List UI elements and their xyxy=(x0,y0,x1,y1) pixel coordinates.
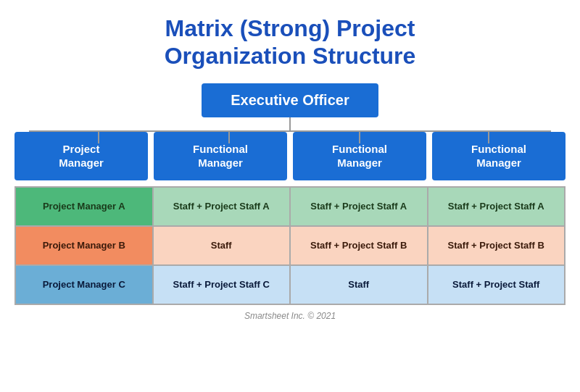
level2-row: ProjectManager FunctionalManager Functio… xyxy=(14,132,566,180)
cell-project-manager-b: Project Manager B xyxy=(16,227,154,264)
level2-box-functional-manager-3: FunctionalManager xyxy=(432,132,566,180)
cell-staff-project-a-2: Staff + Project Staff A xyxy=(291,188,428,225)
cell-project-manager-c: Project Manager C xyxy=(16,266,154,304)
horizontal-connector xyxy=(29,130,551,132)
cell-staff-project-c-2: Staff + Project Staff xyxy=(428,266,565,304)
level2-box-functional-manager-1: FunctionalManager xyxy=(154,132,287,180)
cell-staff-project-b-2: Staff + Project Staff B xyxy=(428,227,565,264)
matrix-row-1: Project Manager A Staff + Project Staff … xyxy=(16,188,564,227)
matrix-table: Project Manager A Staff + Project Staff … xyxy=(14,186,566,305)
cell-project-manager-a: Project Manager A xyxy=(16,188,154,225)
tick-2 xyxy=(228,130,230,143)
cell-staff-project-b-1: Staff + Project Staff B xyxy=(291,227,428,264)
level2-box-project-manager: ProjectManager xyxy=(14,132,148,180)
page-title: Matrix (Strong) ProjectOrganization Stru… xyxy=(165,14,416,70)
cell-staff-project-a-1: Staff + Project Staff A xyxy=(154,188,291,225)
matrix-row-2: Project Manager B Staff Staff + Project … xyxy=(16,227,564,266)
tick-3 xyxy=(359,130,360,143)
footer-text: Smartsheet Inc. © 2021 xyxy=(244,311,336,321)
executive-officer-box: Executive Officer xyxy=(202,83,378,117)
tick-4 xyxy=(488,130,489,143)
cell-staff-project-c: Staff + Project Staff C xyxy=(154,266,291,304)
matrix-row-3: Project Manager C Staff + Project Staff … xyxy=(16,266,564,304)
tick-1 xyxy=(98,130,99,143)
org-chart-container: Executive Officer ProjectManager Functio… xyxy=(14,83,566,305)
cell-staff-c: Staff xyxy=(291,266,428,304)
cell-staff-b-1: Staff xyxy=(154,227,291,264)
cell-staff-project-a-3: Staff + Project Staff A xyxy=(428,188,565,225)
vertical-connector xyxy=(289,117,291,130)
